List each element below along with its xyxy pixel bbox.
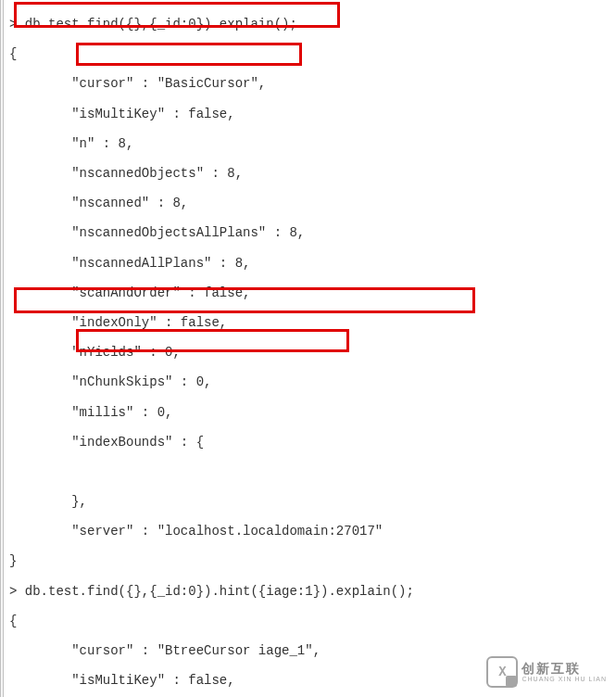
code-line: "server" : "localhost.localdomain:27017": [9, 524, 383, 539]
watermark: X 创新互联 CHUANG XIN HU LIAN: [486, 656, 607, 688]
highlight-box-cursor-2: [76, 329, 349, 352]
code-line: }: [9, 553, 17, 568]
watermark-en: CHUANG XIN HU LIAN: [522, 676, 607, 682]
code-line: "nscannedObjects" : 8,: [9, 166, 243, 181]
code-line: "nChunkSkips" : 0,: [9, 374, 211, 389]
highlight-box-command-2: [14, 287, 475, 313]
code-line: "cursor" : "BasicCursor",: [9, 76, 266, 91]
code-line: > db.test.find({},{_id:0}).hint({iage:1}…: [9, 584, 414, 599]
watermark-icon: X: [486, 656, 518, 688]
watermark-cn: 创新互联: [522, 662, 581, 675]
code-line: "indexBounds" : {: [9, 435, 204, 450]
code-line: {: [9, 46, 17, 61]
code-line: "millis" : 0,: [9, 405, 172, 420]
code-line: "cursor" : "BtreeCursor iage_1",: [9, 643, 321, 658]
code-line: "isMultiKey" : false,: [9, 107, 235, 121]
watermark-icon-letter: X: [498, 665, 506, 679]
highlight-box-cursor-1: [76, 43, 302, 66]
code-line: "nscannedAllPlans" : 8,: [9, 256, 250, 271]
code-line: "nscanned" : 8,: [9, 196, 188, 210]
highlight-box-command-1: [14, 2, 340, 28]
code-line: {: [9, 614, 17, 628]
vertical-border: [0, 0, 6, 697]
code-line: "indexOnly" : false,: [9, 315, 227, 330]
code-line: },: [9, 494, 87, 509]
code-line: "isMultiKey" : false,: [9, 673, 235, 688]
code-line: "n" : 8,: [9, 136, 133, 151]
watermark-text: 创新互联 CHUANG XIN HU LIAN: [522, 662, 607, 682]
code-line: "nscannedObjectsAllPlans" : 8,: [9, 225, 305, 240]
